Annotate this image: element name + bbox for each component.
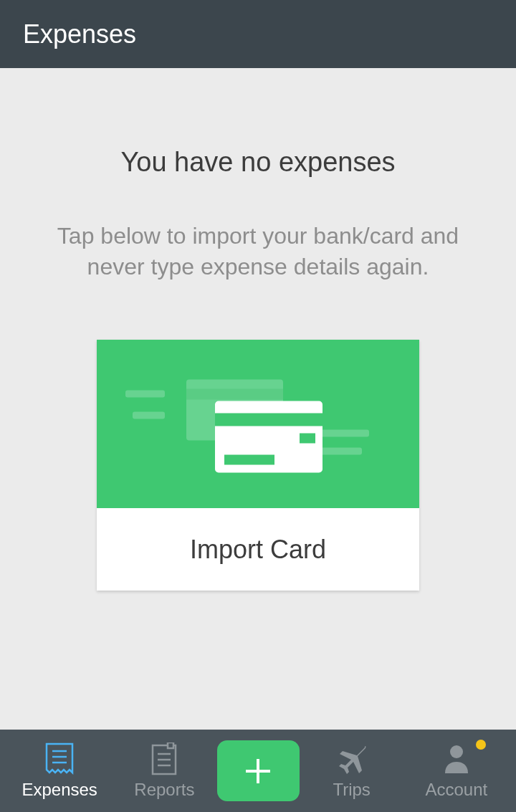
nav-trips-label: Trips	[333, 780, 370, 800]
main-content: You have no expenses Tap below to import…	[0, 68, 516, 730]
document-icon	[148, 742, 181, 775]
nav-reports-label: Reports	[134, 780, 194, 800]
svg-point-20	[450, 745, 463, 758]
nav-expenses[interactable]: Expenses	[7, 730, 112, 812]
import-card-label: Import Card	[190, 535, 326, 565]
plus-icon	[242, 755, 274, 788]
import-card-label-container: Import Card	[97, 508, 419, 591]
credit-card-icon	[97, 340, 419, 508]
svg-rect-14	[168, 742, 173, 748]
user-icon	[440, 742, 473, 775]
nav-reports[interactable]: Reports	[112, 730, 216, 812]
svg-rect-2	[315, 429, 369, 436]
nav-trips[interactable]: Trips	[300, 730, 404, 812]
svg-rect-1	[133, 411, 165, 419]
nav-add-button[interactable]	[217, 740, 300, 801]
import-card-illustration	[97, 340, 419, 508]
empty-state-subtitle: Tap below to import your bank/card and n…	[0, 221, 516, 282]
empty-state-title: You have no expenses	[120, 147, 395, 178]
svg-rect-5	[186, 388, 283, 399]
receipt-icon	[43, 742, 76, 775]
svg-rect-8	[300, 433, 315, 443]
app-header: Expenses	[0, 0, 516, 68]
nav-account-label: Account	[426, 780, 488, 800]
svg-rect-0	[125, 390, 165, 397]
page-title: Expenses	[23, 19, 136, 49]
nav-account[interactable]: Account	[404, 730, 509, 812]
nav-expenses-label: Expenses	[22, 780, 97, 800]
import-card-button[interactable]: Import Card	[97, 340, 419, 591]
bottom-navigation: Expenses Reports Trips	[0, 730, 516, 812]
svg-rect-7	[215, 413, 322, 426]
airplane-icon	[335, 742, 368, 775]
notification-badge	[476, 740, 486, 750]
svg-rect-9	[224, 454, 274, 464]
